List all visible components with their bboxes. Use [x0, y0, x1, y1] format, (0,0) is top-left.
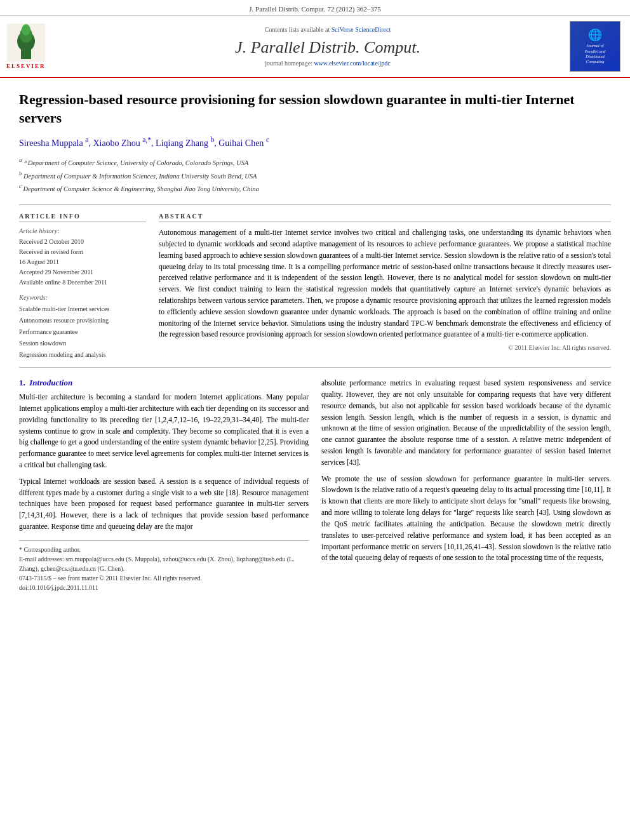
date-accepted: Accepted 29 November 2011	[19, 267, 146, 277]
keyword-2: Autonomous resource provisioning	[19, 315, 146, 326]
footnote-area: * Corresponding author. E-mail addresses…	[19, 540, 309, 592]
abstract-col: ABSTRACT Autonomous management of a mult…	[159, 213, 611, 361]
affiliation-b: b Department of Computer & Information S…	[19, 169, 611, 182]
globe-icon: 🌐	[588, 28, 602, 42]
article-history-header: Article history:	[19, 227, 146, 234]
copyright-line: © 2011 Elsevier Inc. All rights reserved…	[159, 344, 611, 351]
affiliations: a ᵃ Department of Computer Science, Univ…	[19, 156, 611, 194]
section-1-para-2: Typical Internet workloads are session b…	[19, 476, 309, 533]
sciverse-line: Contents lists available at SciVerse Sci…	[265, 26, 391, 33]
abstract-header: ABSTRACT	[159, 213, 611, 222]
section-1-para-1: Multi-tier architecture is becoming a st…	[19, 392, 309, 471]
journal-reference: J. Parallel Distrib. Comput. 72 (2012) 3…	[0, 0, 630, 16]
divider-top	[19, 204, 611, 205]
date-revised: 16 August 2011	[19, 257, 146, 267]
journal-badge-area: 🌐 Journal ofParallel andDistributedCompu…	[566, 21, 624, 72]
abstract-text: Autonomous management of a multi-tier In…	[159, 227, 611, 340]
section-number: 1.	[19, 378, 25, 387]
keywords-list: Scalable multi-tier Internet services Au…	[19, 303, 146, 361]
article-info-header: ARTICLE INFO	[19, 213, 146, 222]
body-right-col: absolute performance metrics in evaluati…	[321, 378, 611, 592]
main-content: Regression-based resource provisioning f…	[0, 91, 630, 592]
keyword-5: Regression modeling and analysis	[19, 349, 146, 361]
keywords-header: Keywords:	[19, 294, 146, 301]
affiliation-c: c Department of Computer Science & Engin…	[19, 182, 611, 194]
keyword-3: Performance guarantee	[19, 326, 146, 338]
journal-banner-title: J. Parallel Distrib. Comput.	[235, 38, 420, 57]
article-info-col: ARTICLE INFO Article history: Received 2…	[19, 213, 146, 361]
date-online: Available online 8 December 2011	[19, 277, 146, 288]
homepage-line: journal homepage: www.elsevier.com/locat…	[265, 60, 391, 67]
author-liqiang: Liqiang Zhang b,	[156, 138, 218, 148]
author-guihai: Guihai Chen c	[218, 138, 269, 148]
affiliation-a: a ᵃ Department of Computer Science, Univ…	[19, 156, 611, 168]
author-xiaobo: Xiaobo Zhou a,*,	[93, 138, 156, 148]
divider-body	[19, 367, 611, 368]
right-para-2: We promote the use of session slowdown f…	[321, 474, 611, 564]
journal-banner: ELSEVIER Contents lists available at Sci…	[0, 16, 630, 78]
journal-title-area: Contents lists available at SciVerse Sci…	[89, 21, 566, 72]
journal-badge: 🌐 Journal ofParallel andDistributedCompu…	[570, 21, 620, 72]
svg-point-4	[22, 24, 30, 36]
section-1-header: 1. Introduction	[19, 378, 309, 388]
elsevier-logo-area: ELSEVIER	[6, 21, 89, 72]
author-sireesha: Sireesha Muppala a,	[19, 138, 93, 148]
right-para-1: absolute performance metrics in evaluati…	[321, 378, 611, 469]
footnote-issn: 0743-7315/$ – see front matter © 2011 El…	[19, 573, 309, 583]
body-left-col: 1. Introduction Multi-tier architecture …	[19, 378, 309, 592]
sciverse-link[interactable]: SciVerse ScienceDirect	[332, 26, 391, 33]
footnote-corresponding: * Corresponding author.	[19, 545, 309, 554]
paper-title: Regression-based resource provisioning f…	[19, 91, 611, 127]
authors-line: Sireesha Muppala a, Xiaobo Zhou a,*, Liq…	[19, 135, 611, 150]
elsevier-tree-icon	[7, 23, 45, 62]
article-dates: Received 2 October 2010 Received in revi…	[19, 237, 146, 288]
keyword-4: Session slowdown	[19, 338, 146, 349]
section-title: Introduction	[29, 378, 72, 387]
footnote-doi: doi:10.1016/j.jpdc.2011.11.011	[19, 583, 309, 592]
date-received: Received 2 October 2010	[19, 237, 146, 247]
footnote-emails: E-mail addresses: sm.muppala@uccs.edu (S…	[19, 554, 309, 573]
body-content: 1. Introduction Multi-tier architecture …	[19, 378, 611, 592]
article-info-abstract-row: ARTICLE INFO Article history: Received 2…	[19, 213, 611, 361]
keyword-1: Scalable multi-tier Internet services	[19, 303, 146, 315]
homepage-link[interactable]: www.elsevier.com/locate/jpdc	[314, 60, 390, 67]
date-revised-label: Received in revised form	[19, 247, 146, 257]
